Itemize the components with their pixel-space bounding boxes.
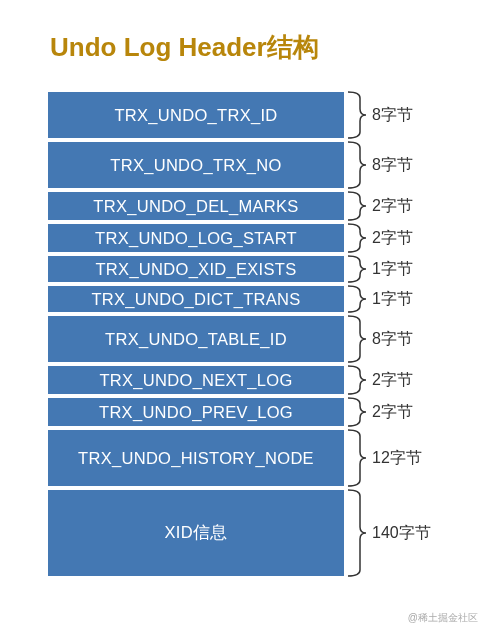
brace-icon — [346, 488, 366, 578]
field-name: TRX_UNDO_NEXT_LOG — [99, 371, 292, 390]
diagram-title: Undo Log Header结构 — [50, 30, 480, 65]
field-size: 12字节 — [372, 448, 422, 469]
field-size: 1字节 — [372, 289, 413, 310]
field-size: 2字节 — [372, 370, 413, 391]
size-row: 8字节 — [346, 314, 461, 364]
size-row: 140字节 — [346, 488, 461, 578]
field-size: 8字节 — [372, 105, 413, 126]
field-size: 8字节 — [372, 329, 413, 350]
field-name: TRX_UNDO_TRX_ID — [114, 106, 277, 125]
field-size: 2字节 — [372, 402, 413, 423]
brace-icon — [346, 428, 366, 488]
size-row: 8字节 — [346, 90, 461, 140]
field-size: 8字节 — [372, 155, 413, 176]
field-name: TRX_UNDO_PREV_LOG — [99, 403, 293, 422]
size-row: 1字节 — [346, 254, 461, 284]
field-name: TRX_UNDO_DEL_MARKS — [93, 197, 298, 216]
field-box: TRX_UNDO_TRX_NO — [46, 140, 346, 190]
brace-icon — [346, 140, 366, 190]
brace-icon — [346, 254, 366, 284]
size-row: 2字节 — [346, 396, 461, 428]
brace-icon — [346, 222, 366, 254]
field-name: XID信息 — [164, 522, 227, 544]
brace-icon — [346, 314, 366, 364]
field-size: 140字节 — [372, 523, 431, 544]
brace-icon — [346, 396, 366, 428]
field-name: TRX_UNDO_TABLE_ID — [105, 330, 287, 349]
field-box: TRX_UNDO_LOG_START — [46, 222, 346, 254]
brace-icon — [346, 284, 366, 314]
struct-diagram: TRX_UNDO_TRX_IDTRX_UNDO_TRX_NOTRX_UNDO_D… — [46, 90, 480, 578]
field-box: TRX_UNDO_TABLE_ID — [46, 314, 346, 364]
size-row: 2字节 — [346, 190, 461, 222]
brace-icon — [346, 90, 366, 140]
size-row: 12字节 — [346, 428, 461, 488]
field-sizes: 8字节 8字节 2字节 2字节 1字节 1字节 8字节 2字节 2字节 12字节… — [346, 90, 461, 578]
field-name: TRX_UNDO_DICT_TRANS — [91, 290, 300, 309]
size-row: 8字节 — [346, 140, 461, 190]
brace-icon — [346, 364, 366, 396]
field-box: TRX_UNDO_NEXT_LOG — [46, 364, 346, 396]
field-name: TRX_UNDO_HISTORY_NODE — [78, 449, 314, 468]
field-size: 1字节 — [372, 259, 413, 280]
field-name: TRX_UNDO_TRX_NO — [110, 156, 281, 175]
field-box: TRX_UNDO_HISTORY_NODE — [46, 428, 346, 488]
field-box: TRX_UNDO_PREV_LOG — [46, 396, 346, 428]
field-size: 2字节 — [372, 196, 413, 217]
field-box: TRX_UNDO_DICT_TRANS — [46, 284, 346, 314]
field-box: TRX_UNDO_XID_EXISTS — [46, 254, 346, 284]
field-size: 2字节 — [372, 228, 413, 249]
field-box: TRX_UNDO_TRX_ID — [46, 90, 346, 140]
field-name: TRX_UNDO_XID_EXISTS — [95, 260, 296, 279]
field-boxes: TRX_UNDO_TRX_IDTRX_UNDO_TRX_NOTRX_UNDO_D… — [46, 90, 346, 578]
brace-icon — [346, 190, 366, 222]
field-box: XID信息 — [46, 488, 346, 578]
size-row: 2字节 — [346, 364, 461, 396]
size-row: 2字节 — [346, 222, 461, 254]
size-row: 1字节 — [346, 284, 461, 314]
field-name: TRX_UNDO_LOG_START — [95, 229, 297, 248]
field-box: TRX_UNDO_DEL_MARKS — [46, 190, 346, 222]
